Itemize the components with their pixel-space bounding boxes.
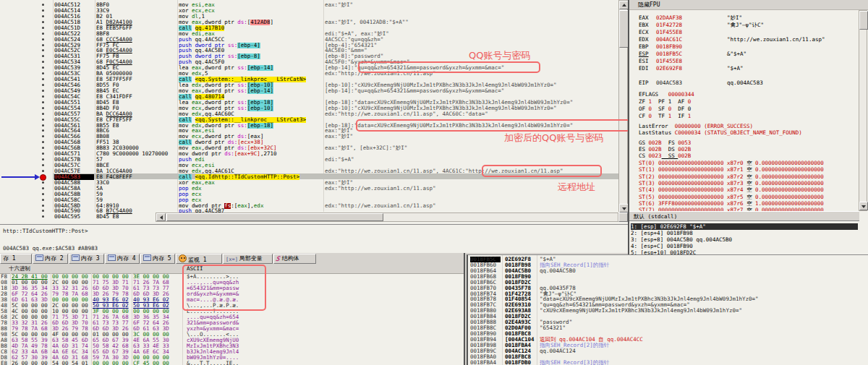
- fpu-register-row[interactable]: ST(6) 3FFF8000000000000000 x87r6 空 1.000…: [639, 200, 856, 207]
- dump-hex-group: 33 32 31 26: [12, 320, 49, 326]
- tab-内存-3[interactable]: 内存 3: [69, 254, 104, 264]
- argument-row[interactable]: 1: [esp] 02E692F8 "$+A": [631, 223, 858, 230]
- disassembly-pane[interactable]: 004AC5128BF0mov esi,eaxeax:"妙I"004AC5143…: [0, 0, 628, 224]
- row-dot: [42, 55, 44, 57]
- stack-value: 02E4A93C: [505, 319, 537, 325]
- stack-value: 0018FD2C: [505, 280, 537, 285]
- dump-hex-group: 3D 36 35 34: [133, 314, 171, 320]
- instruction-address: 004AC52C: [54, 48, 94, 53]
- segment-row[interactable]: GS 002B FS 0053: [639, 139, 856, 146]
- instruction-bytes: 68 CCC54A00: [96, 37, 177, 43]
- fpu-register-row[interactable]: ST(1) 00000000000000000000 x87r1 空 0.000…: [639, 166, 856, 173]
- instruction-bytes: 8D45 E8: [96, 100, 177, 106]
- column-separator[interactable]: [323, 0, 324, 212]
- breakpoint-dot[interactable]: [40, 174, 46, 181]
- instruction-comment: [325, 163, 618, 168]
- scroll-left-button[interactable]: [156, 213, 166, 221]
- dump-hex-group: 2C 00 00 00: [52, 303, 90, 309]
- instruction-bytes: 8BF8: [96, 31, 177, 37]
- scroll-down-button[interactable]: [859, 202, 868, 210]
- instruction-address: 004AC539: [54, 65, 94, 71]
- fpu-register-row[interactable]: ST(2) 00000000000000000000 x87r2 空 0.000…: [639, 173, 856, 180]
- laststatus-row[interactable]: LastStatus C0000034 (STATUS_OBJECT_NAME_…: [639, 129, 856, 136]
- argument-row[interactable]: 4: [esp+C] 0018FB90: [631, 243, 858, 249]
- instruction-comment: [325, 117, 618, 123]
- tab-监视-1[interactable]: 监视 1: [176, 254, 222, 264]
- registers-scrollbar[interactable]: [859, 10, 867, 211]
- register-row[interactable]: EDX004AC61C"http://we.zouxian1.cn/11.asp…: [639, 36, 856, 43]
- comments-scrollbar[interactable]: [618, 0, 628, 212]
- row-dot: [42, 15, 44, 17]
- dump-hex-group: 00 00 00 00: [93, 361, 130, 365]
- eflags-row[interactable]: EFLAGS 00000344: [639, 91, 856, 98]
- stack-value: 004AC124: [505, 348, 537, 354]
- instruction-address: 004AC595: [54, 214, 94, 220]
- row-dot: [42, 9, 44, 12]
- stack-address: 0018FB84: [470, 314, 501, 319]
- fpu-register-row[interactable]: ST(5) 00000000000000000000 x87r5 空 0.000…: [639, 194, 856, 200]
- register-row[interactable]: EAX02DAAF38"妙I": [639, 14, 856, 21]
- memory-icon: [72, 254, 80, 261]
- stack-address: 0018FB5C: [470, 257, 501, 262]
- flags-row[interactable]: ZF 1 PF 1 AF 0: [639, 98, 856, 105]
- stack-comment: 返回到 qq.004AC104 自 qq.004AC4CC: [540, 337, 867, 343]
- stack-value: 0018FB98: [505, 262, 537, 268]
- segment-row[interactable]: CS 0023 SS 002B: [639, 153, 856, 159]
- column-separator[interactable]: [53, 0, 54, 212]
- hide-fpu-button[interactable]: 隐藏FPU: [638, 1, 660, 8]
- tab-内存-5[interactable]: 内存 5: [140, 254, 175, 264]
- dump-hex-group: 63 33 4E 33: [133, 343, 171, 349]
- info-line-1: http::TIdCustomHTTP::Post>: [3, 228, 618, 234]
- flags-row[interactable]: OF 0 SF 0 DF 0: [639, 106, 856, 112]
- column-separator[interactable]: [95, 0, 95, 212]
- fpu-register-row[interactable]: ST(0) 00000000000000000000 x87r0 空 0.000…: [639, 160, 856, 166]
- column-separator[interactable]: [177, 0, 178, 212]
- dump-hex-group: 00 00 00 00: [52, 274, 90, 280]
- dump-hex-group: 6D 6D 3D 70: [52, 320, 90, 326]
- instruction-bytes: E8 F4C8FEFF: [96, 174, 177, 180]
- dump-hex-group: 4A 6D 31 74: [52, 343, 90, 349]
- tab-局部变量[interactable]: [x=]局部变量: [223, 254, 273, 264]
- calling-convention-header[interactable]: 默认 (stdcall): [629, 211, 859, 221]
- dump-hex-group: 3D 26 79 78: [52, 326, 90, 332]
- argument-row[interactable]: 2: [esp+4] 0018FB98: [631, 230, 858, 236]
- register-row[interactable]: EDI02E692F8"$+A": [639, 65, 856, 72]
- hscrollbar-thumb[interactable]: [166, 213, 383, 221]
- instruction-bytes: 59: [96, 197, 177, 203]
- argument-row[interactable]: 3: [esp+8] 004AC5B0 qq.004AC5B0: [631, 236, 858, 243]
- fpu-register-row[interactable]: ST(4) 00000000000000000000 x87r4 空 0.000…: [639, 186, 856, 193]
- instruction-comment: [ebp-14]:"qu=qq&zh=654321&mm=password&yx…: [325, 65, 618, 71]
- tab-存-1[interactable]: 存 1: [0, 254, 32, 264]
- window-edge: [464, 253, 465, 365]
- dump-hex-group: 4D 7A 49 78: [12, 343, 49, 349]
- tab-内存-2[interactable]: 内存 2: [33, 254, 68, 264]
- scrollbar-thumb[interactable]: [859, 11, 868, 30]
- stack-value: 0018FBC8: [505, 354, 537, 360]
- dump-address: F8: [1, 274, 9, 280]
- dump-hex-group: 79 78 7A 68: [12, 326, 49, 332]
- instruction-text: push edi: [179, 157, 323, 163]
- registers-pane[interactable]: 隐藏FPU EAX02DAAF38"妙I"EBX01F42728"禽J"—ψ"讣…: [629, 0, 868, 254]
- tab-内存-4[interactable]: 内存 4: [105, 254, 140, 264]
- register-row[interactable]: EBP0018FB90: [639, 43, 856, 50]
- disasm-hscrollbar[interactable]: [156, 212, 618, 222]
- fpu-register-row[interactable]: ST(3) 00000000000000000000 x87r3 空 0.000…: [639, 180, 856, 186]
- tab-结构体[interactable]: S结构体: [273, 254, 316, 264]
- dump-hex-group: 65 6D 67 39: [93, 349, 130, 355]
- stack-pane[interactable]: 0018FB5C02E692F8"$+A"0018FB600018FB98指向S…: [467, 254, 868, 365]
- segment-row[interactable]: ES 002B DS 002B: [639, 146, 856, 153]
- dump-ascii: ....,...qu=qq&zh: [187, 280, 250, 285]
- register-row[interactable]: ECX01F455E8: [639, 29, 856, 35]
- row-dot: [42, 199, 44, 201]
- locals-icon: [x=]: [226, 255, 238, 264]
- dump-hex-group: 4F 00 00 00: [52, 332, 90, 338]
- memory-dump-pane[interactable]: 存 1内存 2内存 3内存 4内存 5监视 1[x=]局部变量S结构体 十六进制…: [0, 253, 464, 365]
- instruction-text: mov ecx,esi: [179, 163, 323, 168]
- stack-address: 0018FB68: [470, 274, 501, 280]
- eip-row[interactable]: EIP004AC583qq.004AC583: [639, 80, 856, 86]
- register-row[interactable]: ESI01F455E8: [639, 58, 856, 64]
- flags-row[interactable]: CF 0 TF 1 IF 1: [639, 113, 856, 119]
- register-row[interactable]: ESP0018FB5C&"$+A": [639, 51, 856, 57]
- register-row[interactable]: EBX01F42728"禽J"—ψ"讣C": [639, 22, 856, 28]
- lasterror-row[interactable]: LastError 00000000 (ERROR_SUCCESS): [639, 123, 856, 129]
